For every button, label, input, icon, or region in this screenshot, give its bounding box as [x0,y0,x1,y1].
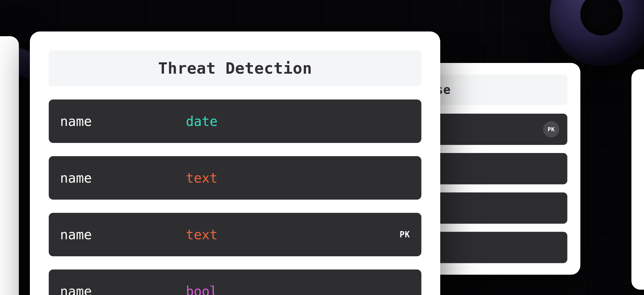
field-name: name [60,114,186,129]
field-row[interactable]: name bool [49,269,421,295]
field-name: name [60,284,186,295]
field-row[interactable]: name date [49,99,421,143]
field-name: name [60,170,186,186]
card-title: Threat Detection [55,59,415,77]
field-row[interactable]: name text PK [49,213,421,256]
partial-card-right [631,69,644,290]
primary-key-badge: PK [543,121,559,138]
primary-key-label: PK [400,230,410,239]
field-row[interactable]: name text [49,156,421,200]
field-type: bool [186,284,410,295]
stage: nt Response xt PK xt t te Threat Detecti… [0,0,644,295]
card-title-wrap: Threat Detection [49,50,421,86]
field-rows: name date name text name text PK name bo… [49,99,421,295]
field-type: date [186,114,410,129]
field-type: text [186,170,410,186]
schema-card-threat-detection[interactable]: Threat Detection name date name text nam… [30,31,440,295]
field-name: name [60,227,186,242]
field-type: text [186,227,400,242]
partial-card-left [0,36,19,295]
